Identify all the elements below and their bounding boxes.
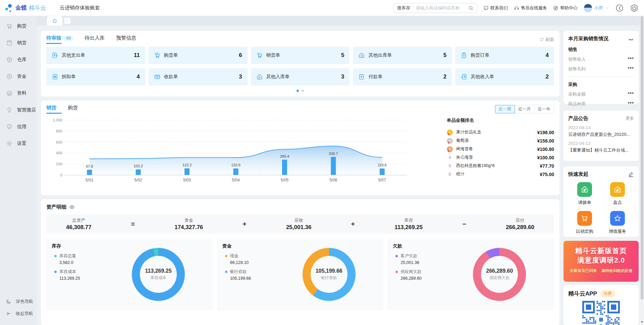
todo-card-9[interactable]: 其他收入单 2: [455, 68, 554, 86]
eye-icon[interactable]: [69, 204, 75, 210]
formula-operator: +: [351, 220, 355, 228]
app-logo[interactable]: 金蝶 精斗云: [0, 3, 55, 13]
donut-center-label: 供应商欠款: [489, 275, 509, 281]
announcement-1[interactable]: 2022-04-13 【重要通知】精斗云工作台域...: [568, 141, 634, 153]
sales-tab-1[interactable]: 购货: [68, 105, 78, 114]
sidebar-item-5[interactable]: 智慧微店: [0, 102, 37, 118]
range-button-1[interactable]: 近一月: [515, 105, 535, 113]
announcement-0[interactable]: 2022-04-13 云进销存产品更新公告_20220...: [568, 125, 634, 138]
main-content: 待审核49 待出入库 预警信息 刷新 其他支出单 11 购货单 6 销货单 5 …: [37, 16, 644, 325]
todo-card-3[interactable]: 其他出库单 5: [353, 47, 452, 64]
todo-card-4[interactable]: 购货订单 4: [455, 47, 554, 64]
product-amount: ¥100.00: [537, 155, 554, 160]
avatar[interactable]: [584, 4, 592, 12]
survey-banner[interactable]: 精斗云新版首页 满意度调研2.0 全新首页已到来 期待收到您的反馈: [564, 241, 639, 282]
inventory-search[interactable]: 搜库存: [393, 3, 477, 13]
toplink-2[interactable]: 帮助中心: [553, 5, 578, 11]
home-tab[interactable]: [47, 16, 62, 25]
pencil-icon[interactable]: [628, 171, 634, 177]
sales-tab-0[interactable]: 销货: [46, 105, 56, 114]
formula-label: 库存: [394, 217, 423, 223]
todo-card-8[interactable]: 付款单 2: [353, 68, 452, 86]
monthly-row: 商品种类 ***: [568, 101, 634, 107]
gear-icon: [6, 140, 13, 147]
cart-solid-icon: [581, 214, 589, 222]
announcement-text: 【重要通知】精斗云工作台域...: [568, 147, 634, 153]
todo-tab-1[interactable]: 待出入库: [85, 35, 105, 44]
ranking-row-5[interactable]: 5 西红柿意粉酱190g*6 ¥77.70: [447, 162, 554, 170]
donut-center-value: 113,269.25: [145, 268, 171, 274]
todo-card-count: 4: [546, 52, 549, 59]
ranking-row-4[interactable]: 4 夹心海苔 ¥100.00: [447, 153, 554, 162]
range-button-0[interactable]: 近一周: [495, 105, 515, 113]
search-icon[interactable]: [468, 5, 474, 11]
more-link[interactable]: 更多: [626, 116, 634, 121]
banner-sub-right: 期待收到您的反馈: [601, 268, 632, 273]
sidebar-item-4[interactable]: 资料: [0, 85, 37, 102]
logout-button[interactable]: [630, 4, 639, 12]
sidebar-item-label: 销货: [17, 40, 26, 46]
todo-card-1[interactable]: 购货单 6: [149, 47, 248, 64]
sidebar-item-7[interactable]: 设置: [0, 135, 37, 152]
sidebar-item-3[interactable]: 资金: [0, 68, 37, 85]
scrollbar-down-arrow[interactable]: ▼: [640, 320, 644, 324]
todo-tab-0[interactable]: 待审核49: [46, 35, 73, 44]
toplink-1[interactable]: 售后在线服务: [514, 5, 547, 11]
quick-action-1[interactable]: 盘点: [601, 182, 634, 206]
todo-card-label: 收款单: [164, 74, 178, 80]
house-swap-icon: [613, 185, 622, 194]
legend-value: 69,128.10: [230, 260, 251, 265]
formula-value: 46,308.77: [66, 224, 92, 231]
todo-card-6[interactable]: 收款单 3: [149, 68, 248, 86]
search-input[interactable]: [416, 5, 466, 10]
range-button-2[interactable]: 近一年: [534, 105, 554, 113]
todo-tab-2[interactable]: 预警信息: [116, 35, 136, 44]
todo-card-5[interactable]: 拆卸单 4: [46, 68, 145, 86]
monthly-group-name: 采购: [568, 82, 634, 88]
refresh-label: 刷新: [545, 37, 554, 43]
pagination-dot-0[interactable]: [297, 90, 299, 92]
toplink-0[interactable]: 联系我们: [483, 5, 508, 11]
eye-closed-icon[interactable]: [628, 36, 634, 42]
house-in-icon: [256, 73, 263, 80]
asset-card-funds-donut: 资金 现金 69,128.10 银行存款 105,199.66 105,199.…: [217, 238, 384, 311]
back-button[interactable]: [615, 4, 624, 12]
user-menu[interactable]: 小乔: [584, 4, 609, 12]
todo-card-count: 2: [443, 73, 446, 80]
sidebar-item-1[interactable]: 销货: [0, 35, 37, 51]
svg-text:5/02: 5/02: [134, 178, 142, 182]
ranking-row-6[interactable]: 6 橙汁 ¥75.00: [447, 170, 554, 178]
ranking-row-3[interactable]: 3 烤海苔卷 ¥100.80: [447, 145, 554, 153]
qr-code: [568, 301, 634, 325]
sidebar-footer-1[interactable]: 收起导航: [0, 308, 37, 320]
todo-card-0[interactable]: 其他支出单 11: [46, 47, 145, 64]
app-download-panel: 精斗云APP 免费: [564, 285, 639, 325]
quick-action-0[interactable]: 调拨单: [568, 182, 601, 206]
monthly-row: 采购金额 ***: [568, 91, 634, 97]
todo-card-2[interactable]: 销货单 5: [251, 47, 350, 64]
quick-action-3[interactable]: 增值服务: [601, 211, 634, 234]
sidebar-item-6[interactable]: 信用: [0, 118, 37, 135]
svg-text:200: 200: [56, 162, 62, 166]
yen-circle-icon: [6, 73, 13, 80]
svg-text:280.4: 280.4: [280, 154, 289, 158]
logo-product: 精斗云: [29, 4, 46, 12]
sidebar-item-2[interactable]: 仓库: [0, 51, 37, 68]
formula-label: 应收: [286, 217, 312, 223]
todo-card-count: 5: [341, 52, 344, 59]
scrollbar-thumb[interactable]: [641, 16, 643, 300]
search-scope-label[interactable]: 搜库存: [397, 5, 410, 11]
svg-text:5/05: 5/05: [281, 178, 289, 182]
quick-action-2[interactable]: 以销定购: [568, 211, 601, 234]
todo-card-7[interactable]: 其他入库单 3: [251, 68, 350, 86]
ranking-row-1[interactable]: 1 果汁饮品礼盒 ¥198.00: [447, 128, 554, 137]
refresh-button[interactable]: 刷新: [539, 37, 554, 43]
formula-operator: −: [462, 220, 466, 228]
sidebar-item-0[interactable]: 购货: [0, 18, 37, 35]
ranking-row-2[interactable]: 2 葡萄酒 ¥158.00: [447, 137, 554, 145]
todo-card-label: 拆卸单: [62, 74, 76, 80]
tab-dropdown-button[interactable]: [64, 18, 70, 24]
sidebar-footer-0[interactable]: 深色导航: [0, 295, 37, 308]
pagination-dot-1[interactable]: [302, 90, 304, 92]
legend-value: 3,562.0: [59, 260, 80, 265]
